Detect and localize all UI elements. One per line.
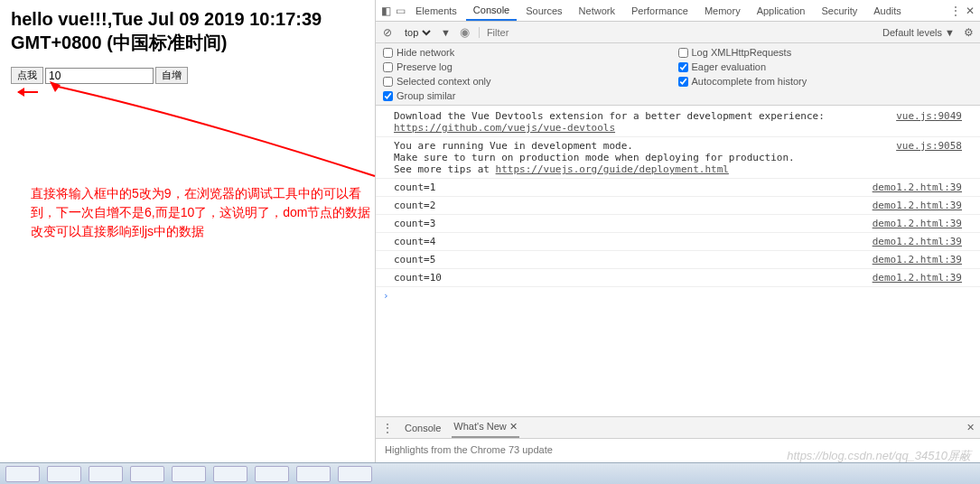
clear-console-icon[interactable]: ⊘: [381, 26, 394, 39]
log-row: count=10demo1.2.html:39: [376, 269, 980, 287]
log-source-link[interactable]: demo1.2.html:39: [873, 182, 962, 193]
console-prompt[interactable]: ›: [376, 287, 980, 304]
log-row: count=3demo1.2.html:39: [376, 215, 980, 233]
log-source-link[interactable]: demo1.2.html:39: [873, 218, 962, 229]
taskbar-app[interactable]: [338, 466, 372, 482]
log-levels-select[interactable]: Default levels ▼: [882, 27, 955, 38]
tab-console[interactable]: Console: [466, 1, 517, 21]
log-source-link[interactable]: demo1.2.html:39: [873, 254, 962, 265]
tab-elements[interactable]: Elements: [408, 2, 464, 20]
log-source-link[interactable]: demo1.2.html:39: [873, 236, 962, 247]
annotation-text: 直接将输入框中的5改为9，在浏览器的调试工具中的可以看到，下一次自增不是6,而是…: [31, 184, 372, 241]
taskbar-app[interactable]: [172, 466, 206, 482]
taskbar-app[interactable]: [255, 466, 289, 482]
log-row: count=1demo1.2.html:39: [376, 179, 980, 197]
opt-hide-network[interactable]: Hide network: [383, 47, 678, 58]
device-icon[interactable]: ▭: [394, 5, 406, 17]
log-row: count=4demo1.2.html:39: [376, 233, 980, 251]
opt-group-similar[interactable]: Group similar: [383, 90, 678, 101]
settings-gear-icon[interactable]: ⚙: [962, 26, 975, 39]
auto-increment-button[interactable]: 自增: [155, 67, 188, 84]
log-source-link[interactable]: vue.js:9058: [896, 140, 962, 152]
taskbar-app[interactable]: [213, 466, 247, 482]
drawer-tab-console[interactable]: Console: [403, 419, 443, 437]
devtools-drawer: ⋮ Console What's New ✕ ✕ Highlights from…: [376, 416, 980, 462]
close-icon[interactable]: ✕: [964, 5, 976, 17]
windows-taskbar[interactable]: [0, 462, 980, 484]
log-source-link[interactable]: vue.js:9049: [896, 110, 962, 122]
log-row: You are running Vue in development mode.…: [376, 137, 980, 179]
drawer-tab-whatsnew[interactable]: What's New ✕: [452, 417, 518, 438]
live-expression-icon[interactable]: ◉: [458, 25, 471, 39]
annotation-arrow-long-icon: [50, 81, 384, 181]
drawer-close-icon[interactable]: ✕: [966, 422, 975, 433]
controls-row: 点我 自增: [11, 67, 364, 84]
devtools-panel: ◧ ▭ Elements Console Sources Network Per…: [375, 0, 980, 462]
page-title: hello vue!!!,Tue Jul 09 2019 10:17:39 GM…: [11, 7, 364, 54]
click-me-button[interactable]: 点我: [11, 67, 43, 84]
tab-memory[interactable]: Memory: [697, 2, 748, 20]
context-select[interactable]: top: [401, 26, 434, 39]
inspect-icon[interactable]: ◧: [379, 5, 392, 17]
log-row: count=2demo1.2.html:39: [376, 197, 980, 215]
settings-icon[interactable]: ⋮: [949, 5, 962, 17]
drawer-menu-icon[interactable]: ⋮: [381, 422, 394, 434]
console-settings: Hide network Preserve log Selected conte…: [376, 43, 980, 106]
count-input[interactable]: [45, 68, 154, 84]
page-content: hello vue!!!,Tue Jul 09 2019 10:17:39 GM…: [0, 0, 375, 462]
log-row: Download the Vue Devtools extension for …: [376, 107, 980, 137]
taskbar-app[interactable]: [5, 466, 40, 482]
taskbar-app[interactable]: [130, 466, 164, 482]
log-source-link[interactable]: demo1.2.html:39: [873, 272, 962, 284]
tab-security[interactable]: Security: [814, 2, 864, 20]
taskbar-app[interactable]: [89, 466, 123, 482]
console-output[interactable]: Download the Vue Devtools extension for …: [376, 106, 980, 416]
filter-input[interactable]: [479, 27, 623, 38]
opt-selected-context[interactable]: Selected context only: [383, 76, 678, 87]
taskbar-app[interactable]: [296, 466, 331, 482]
opt-log-xhr[interactable]: Log XMLHttpRequests: [678, 47, 974, 58]
tab-application[interactable]: Application: [750, 2, 813, 20]
annotation-arrow-icon: [13, 88, 38, 97]
console-toolbar: ⊘ top ▼ ◉ Default levels ▼ ⚙: [376, 22, 980, 43]
drawer-content: Highlights from the Chrome 73 update: [376, 439, 980, 462]
opt-preserve-log[interactable]: Preserve log: [383, 61, 678, 72]
taskbar-app[interactable]: [47, 466, 81, 482]
log-row: count=5demo1.2.html:39: [376, 251, 980, 269]
tab-performance[interactable]: Performance: [624, 2, 695, 20]
tab-network[interactable]: Network: [572, 2, 622, 20]
tab-audits[interactable]: Audits: [866, 2, 909, 20]
tab-sources[interactable]: Sources: [518, 2, 569, 20]
opt-autocomplete[interactable]: Autocomplete from history: [678, 76, 974, 87]
log-source-link[interactable]: demo1.2.html:39: [873, 200, 962, 211]
devtools-tabs: ◧ ▭ Elements Console Sources Network Per…: [376, 0, 980, 22]
opt-eager-eval[interactable]: Eager evaluation: [678, 61, 974, 72]
